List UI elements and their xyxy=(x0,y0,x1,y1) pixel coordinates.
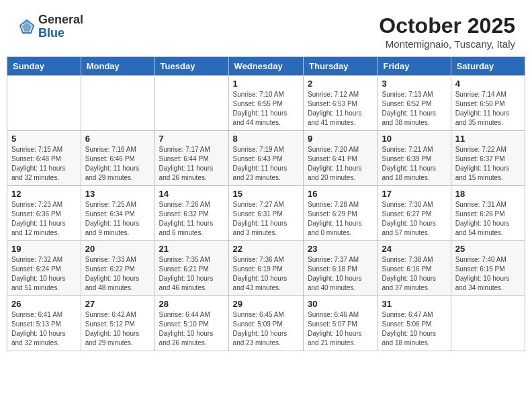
calendar-cell: 12Sunrise: 7:23 AM Sunset: 6:36 PM Dayli… xyxy=(7,186,81,241)
calendar-header-row: SundayMondayTuesdayWednesdayThursdayFrid… xyxy=(7,57,525,76)
day-number: 24 xyxy=(382,244,446,254)
calendar-cell: 7Sunrise: 7:17 AM Sunset: 6:44 PM Daylig… xyxy=(154,131,228,186)
day-number: 17 xyxy=(382,189,446,199)
day-number: 11 xyxy=(455,134,521,144)
day-number: 1 xyxy=(233,79,299,89)
day-number: 14 xyxy=(159,189,224,199)
day-info: Sunrise: 7:16 AM Sunset: 6:46 PM Dayligh… xyxy=(85,145,150,183)
day-number: 6 xyxy=(85,134,150,144)
calendar-cell: 19Sunrise: 7:32 AM Sunset: 6:24 PM Dayli… xyxy=(7,241,81,296)
calendar-cell: 20Sunrise: 7:33 AM Sunset: 6:22 PM Dayli… xyxy=(81,241,154,296)
day-of-week-header: Tuesday xyxy=(154,57,228,76)
day-number: 12 xyxy=(11,189,77,199)
day-number: 13 xyxy=(85,189,150,199)
calendar-cell: 17Sunrise: 7:30 AM Sunset: 6:27 PM Dayli… xyxy=(378,186,451,241)
day-info: Sunrise: 7:30 AM Sunset: 6:27 PM Dayligh… xyxy=(382,200,446,238)
calendar-cell: 23Sunrise: 7:37 AM Sunset: 6:18 PM Dayli… xyxy=(304,241,378,296)
day-info: Sunrise: 7:17 AM Sunset: 6:44 PM Dayligh… xyxy=(159,145,224,183)
day-info: Sunrise: 6:41 AM Sunset: 5:13 PM Dayligh… xyxy=(11,310,77,348)
day-info: Sunrise: 7:26 AM Sunset: 6:32 PM Dayligh… xyxy=(159,200,224,238)
day-info: Sunrise: 7:25 AM Sunset: 6:34 PM Dayligh… xyxy=(85,200,150,238)
day-number: 28 xyxy=(159,299,224,309)
calendar-cell: 6Sunrise: 7:16 AM Sunset: 6:46 PM Daylig… xyxy=(81,131,154,186)
calendar-cell: 31Sunrise: 6:47 AM Sunset: 5:06 PM Dayli… xyxy=(378,296,451,351)
day-info: Sunrise: 7:37 AM Sunset: 6:18 PM Dayligh… xyxy=(308,255,373,293)
calendar-cell: 9Sunrise: 7:20 AM Sunset: 6:41 PM Daylig… xyxy=(304,131,378,186)
day-info: Sunrise: 7:20 AM Sunset: 6:41 PM Dayligh… xyxy=(308,145,373,183)
day-info: Sunrise: 7:35 AM Sunset: 6:21 PM Dayligh… xyxy=(159,255,224,293)
day-info: Sunrise: 7:40 AM Sunset: 6:15 PM Dayligh… xyxy=(455,255,521,293)
calendar-cell: 8Sunrise: 7:19 AM Sunset: 6:43 PM Daylig… xyxy=(228,131,303,186)
calendar-week-row: 12Sunrise: 7:23 AM Sunset: 6:36 PM Dayli… xyxy=(7,186,525,241)
day-number: 7 xyxy=(159,134,224,144)
calendar-cell: 16Sunrise: 7:28 AM Sunset: 6:29 PM Dayli… xyxy=(304,186,378,241)
calendar-cell: 27Sunrise: 6:42 AM Sunset: 5:12 PM Dayli… xyxy=(81,296,154,351)
day-number: 15 xyxy=(233,189,299,199)
day-info: Sunrise: 7:21 AM Sunset: 6:39 PM Dayligh… xyxy=(382,145,446,183)
day-number: 2 xyxy=(308,79,373,89)
day-number: 3 xyxy=(382,79,446,89)
calendar-cell xyxy=(451,296,525,351)
day-of-week-header: Sunday xyxy=(7,57,81,76)
calendar-cell: 11Sunrise: 7:22 AM Sunset: 6:37 PM Dayli… xyxy=(451,131,525,186)
day-number: 30 xyxy=(308,299,373,309)
day-number: 22 xyxy=(233,244,299,254)
logo-blue-text: Blue xyxy=(38,27,83,40)
month-title: October 2025 xyxy=(379,13,515,38)
day-number: 23 xyxy=(308,244,373,254)
day-info: Sunrise: 7:32 AM Sunset: 6:24 PM Dayligh… xyxy=(11,255,77,293)
calendar-cell xyxy=(7,76,81,131)
calendar-cell: 13Sunrise: 7:25 AM Sunset: 6:34 PM Dayli… xyxy=(81,186,154,241)
calendar-cell: 4Sunrise: 7:14 AM Sunset: 6:50 PM Daylig… xyxy=(451,76,525,131)
calendar-cell: 26Sunrise: 6:41 AM Sunset: 5:13 PM Dayli… xyxy=(7,296,81,351)
day-number: 20 xyxy=(85,244,150,254)
calendar-cell: 5Sunrise: 7:15 AM Sunset: 6:48 PM Daylig… xyxy=(7,131,81,186)
day-info: Sunrise: 7:22 AM Sunset: 6:37 PM Dayligh… xyxy=(455,145,521,183)
calendar-cell: 1Sunrise: 7:10 AM Sunset: 6:55 PM Daylig… xyxy=(228,76,303,131)
calendar-cell xyxy=(81,76,154,131)
day-info: Sunrise: 7:38 AM Sunset: 6:16 PM Dayligh… xyxy=(382,255,446,293)
day-info: Sunrise: 6:44 AM Sunset: 5:10 PM Dayligh… xyxy=(159,310,224,348)
calendar-cell: 28Sunrise: 6:44 AM Sunset: 5:10 PM Dayli… xyxy=(154,296,228,351)
logo-general-text: General xyxy=(38,13,83,27)
day-info: Sunrise: 7:36 AM Sunset: 6:19 PM Dayligh… xyxy=(233,255,299,293)
calendar-week-row: 26Sunrise: 6:41 AM Sunset: 5:13 PM Dayli… xyxy=(7,296,525,351)
day-number: 4 xyxy=(455,79,521,89)
day-number: 31 xyxy=(382,299,446,309)
title-area: October 2025 Montemignaio, Tuscany, Ital… xyxy=(379,13,515,50)
calendar-cell: 15Sunrise: 7:27 AM Sunset: 6:31 PM Dayli… xyxy=(228,186,303,241)
day-info: Sunrise: 7:23 AM Sunset: 6:36 PM Dayligh… xyxy=(11,200,77,238)
day-of-week-header: Wednesday xyxy=(228,57,303,76)
day-info: Sunrise: 7:28 AM Sunset: 6:29 PM Dayligh… xyxy=(308,200,373,238)
calendar-cell: 24Sunrise: 7:38 AM Sunset: 6:16 PM Dayli… xyxy=(378,241,451,296)
calendar-cell: 22Sunrise: 7:36 AM Sunset: 6:19 PM Dayli… xyxy=(228,241,303,296)
day-info: Sunrise: 6:47 AM Sunset: 5:06 PM Dayligh… xyxy=(382,310,446,348)
day-info: Sunrise: 7:14 AM Sunset: 6:50 PM Dayligh… xyxy=(455,90,521,128)
calendar-week-row: 19Sunrise: 7:32 AM Sunset: 6:24 PM Dayli… xyxy=(7,241,525,296)
logo: General Blue xyxy=(17,13,83,40)
day-info: Sunrise: 6:46 AM Sunset: 5:07 PM Dayligh… xyxy=(308,310,373,348)
day-of-week-header: Thursday xyxy=(304,57,378,76)
calendar-week-row: 1Sunrise: 7:10 AM Sunset: 6:55 PM Daylig… xyxy=(7,76,525,131)
calendar-cell: 3Sunrise: 7:13 AM Sunset: 6:52 PM Daylig… xyxy=(378,76,451,131)
day-number: 16 xyxy=(308,189,373,199)
calendar: SundayMondayTuesdayWednesdayThursdayFrid… xyxy=(7,56,525,351)
day-number: 5 xyxy=(11,134,77,144)
day-of-week-header: Friday xyxy=(378,57,451,76)
day-number: 8 xyxy=(233,134,299,144)
day-number: 27 xyxy=(85,299,150,309)
day-info: Sunrise: 6:42 AM Sunset: 5:12 PM Dayligh… xyxy=(85,310,150,348)
day-of-week-header: Monday xyxy=(81,57,154,76)
calendar-cell xyxy=(154,76,228,131)
day-of-week-header: Saturday xyxy=(451,57,525,76)
day-info: Sunrise: 7:15 AM Sunset: 6:48 PM Dayligh… xyxy=(11,145,77,183)
day-info: Sunrise: 7:33 AM Sunset: 6:22 PM Dayligh… xyxy=(85,255,150,293)
calendar-cell: 10Sunrise: 7:21 AM Sunset: 6:39 PM Dayli… xyxy=(378,131,451,186)
calendar-cell: 21Sunrise: 7:35 AM Sunset: 6:21 PM Dayli… xyxy=(154,241,228,296)
calendar-cell: 29Sunrise: 6:45 AM Sunset: 5:09 PM Dayli… xyxy=(228,296,303,351)
day-number: 29 xyxy=(233,299,299,309)
calendar-cell: 30Sunrise: 6:46 AM Sunset: 5:07 PM Dayli… xyxy=(304,296,378,351)
calendar-cell: 25Sunrise: 7:40 AM Sunset: 6:15 PM Dayli… xyxy=(451,241,525,296)
day-info: Sunrise: 7:10 AM Sunset: 6:55 PM Dayligh… xyxy=(233,90,299,128)
location-text: Montemignaio, Tuscany, Italy xyxy=(379,38,515,50)
